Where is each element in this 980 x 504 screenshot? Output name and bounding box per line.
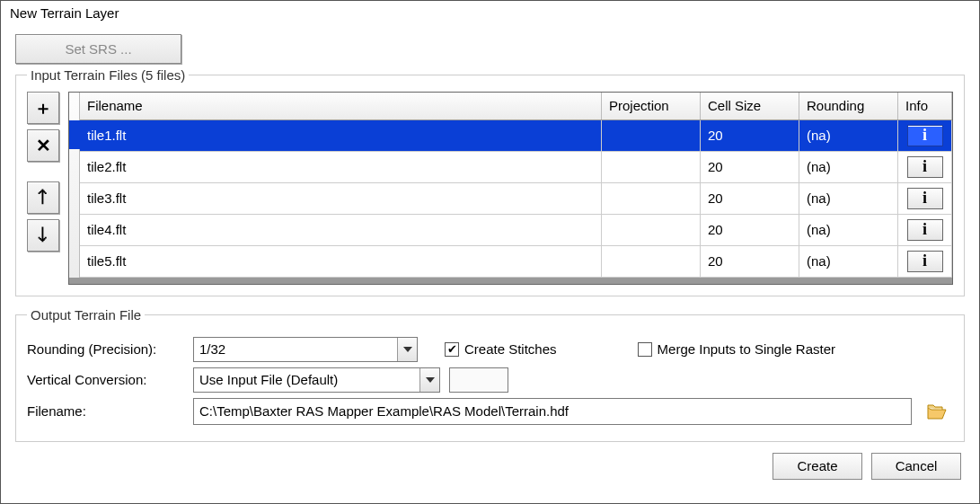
cell-filename[interactable]: tile2.flt [80,151,602,182]
filename-label: Filename: [27,403,184,419]
cell-rounding[interactable]: (na) [799,245,898,277]
vertical-conversion-value: Use Input File (Default) [194,372,419,387]
output-filename-field[interactable]: C:\Temp\Baxter RAS Mapper Example\RAS Mo… [193,398,912,425]
cell-info: i [898,151,952,182]
move-down-button[interactable]: 🡓 [27,219,59,252]
merge-inputs-checkbox[interactable]: Merge Inputs to Single Raster [638,341,835,357]
arrow-up-icon: 🡑 [34,189,52,207]
chevron-down-icon [419,368,439,392]
rounding-value: 1/32 [194,341,397,357]
cell-projection[interactable] [602,182,701,214]
info-button[interactable]: i [907,156,943,178]
cell-info: i [898,245,952,277]
chevron-down-icon [397,338,417,361]
cell-cellsize[interactable]: 20 [701,214,799,245]
table-row[interactable]: tile4.flt20(na)i [80,214,952,245]
selected-row-marker [69,120,80,149]
create-stitches-label: Create Stitches [464,341,557,357]
table-row[interactable]: tile5.flt20(na)i [80,245,952,277]
vertical-conversion-dropdown[interactable]: Use Input File (Default) [193,367,440,393]
files-table[interactable]: Filename Projection Cell Size Rounding I… [80,93,952,278]
files-table-container: Filename Projection Cell Size Rounding I… [68,92,953,285]
cell-info: i [898,214,952,245]
col-info[interactable]: Info [898,93,952,119]
table-row[interactable]: tile1.flt20(na)i [80,119,952,151]
dialog-window: New Terrain Layer Set SRS ... Input Terr… [0,0,980,504]
info-button[interactable]: i [907,188,943,209]
cell-info: i [898,119,952,151]
cell-rounding[interactable]: (na) [799,119,898,151]
output-terrain-group: Output Terrain File Rounding (Precision)… [15,307,965,442]
cell-cellsize[interactable]: 20 [701,245,799,277]
cancel-button[interactable]: Cancel [871,453,961,480]
create-button[interactable]: Create [773,453,862,480]
table-header-row: Filename Projection Cell Size Rounding I… [80,93,952,119]
table-scrollbar-stub [69,278,952,284]
window-title: New Terrain Layer [1,1,979,25]
info-button[interactable]: i [907,219,943,241]
info-button[interactable]: i [907,251,943,272]
rounding-dropdown[interactable]: 1/32 [193,337,418,362]
cell-cellsize[interactable]: 20 [701,151,799,182]
move-up-button[interactable]: 🡑 [27,181,59,214]
plus-icon: ＋ [34,99,52,117]
cell-filename[interactable]: tile4.flt [80,214,602,245]
vertical-conversion-label: Vertical Conversion: [27,372,184,387]
cell-info: i [898,182,952,214]
cell-filename[interactable]: tile3.flt [80,182,602,214]
col-filename[interactable]: Filename [80,93,602,119]
col-rounding[interactable]: Rounding [799,93,898,119]
checkbox-icon [638,342,652,357]
col-projection[interactable]: Projection [602,93,701,119]
arrow-down-icon: 🡓 [34,226,52,244]
vertical-conversion-extra-field[interactable] [449,367,508,393]
table-row[interactable]: tile3.flt20(na)i [80,182,952,214]
cell-projection[interactable] [602,119,701,151]
remove-file-button[interactable]: ✕ [27,129,59,162]
checkbox-icon: ✔ [445,342,459,357]
cell-projection[interactable] [602,245,701,277]
create-stitches-checkbox[interactable]: ✔ Create Stitches [445,341,557,357]
rounding-label: Rounding (Precision): [27,341,184,357]
input-terrain-group: Input Terrain Files (5 files) ＋ ✕ 🡑 🡓 [15,67,965,296]
output-terrain-legend: Output Terrain File [27,307,145,323]
cell-projection[interactable] [602,214,701,245]
row-action-buttons: ＋ ✕ 🡑 🡓 [27,92,59,285]
cell-rounding[interactable]: (na) [799,151,898,182]
cell-filename[interactable]: tile5.flt [80,245,602,277]
cell-rounding[interactable]: (na) [799,214,898,245]
col-cellsize[interactable]: Cell Size [701,93,799,119]
merge-inputs-label: Merge Inputs to Single Raster [658,341,835,357]
dialog-buttons: Create Cancel [15,453,965,480]
output-filename-value: C:\Temp\Baxter RAS Mapper Example\RAS Mo… [199,403,569,419]
info-button[interactable]: i [907,125,943,146]
add-file-button[interactable]: ＋ [27,92,59,124]
cell-rounding[interactable]: (na) [799,182,898,214]
folder-open-icon [926,402,948,420]
close-icon: ✕ [36,137,51,155]
cell-cellsize[interactable]: 20 [701,182,799,214]
content-area: Set SRS ... Input Terrain Files (5 files… [1,34,979,489]
set-srs-button[interactable]: Set SRS ... [15,34,181,64]
table-row[interactable]: tile2.flt20(na)i [80,151,952,182]
browse-button[interactable] [921,398,953,425]
cell-projection[interactable] [602,151,701,182]
cell-filename[interactable]: tile1.flt [80,119,602,151]
input-terrain-legend: Input Terrain Files (5 files) [27,67,189,83]
cell-cellsize[interactable]: 20 [701,119,799,151]
